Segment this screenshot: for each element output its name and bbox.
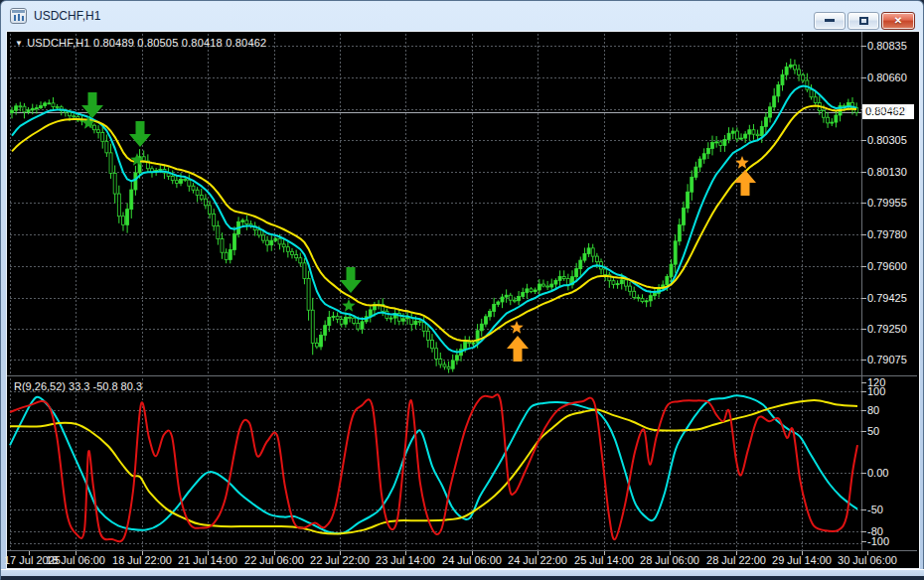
- candle-bull: [744, 134, 747, 138]
- indicator-axis-label: 50: [867, 425, 879, 437]
- candle-bull: [682, 209, 685, 225]
- candle-bear: [353, 318, 356, 323]
- time-axis-label: 18 Jul 22:00: [109, 554, 175, 566]
- candle-bull: [558, 276, 561, 280]
- candle-bull: [694, 167, 697, 177]
- candle-bull: [332, 316, 335, 317]
- candle-bull: [835, 115, 838, 122]
- candle-bear: [513, 300, 516, 301]
- candle-bull: [130, 190, 133, 210]
- candle-bear: [546, 286, 549, 287]
- candle-bull: [731, 131, 734, 133]
- candle-bear: [814, 97, 817, 103]
- candle-bear: [261, 235, 264, 240]
- candle-bear: [468, 342, 471, 343]
- candle-bear: [509, 295, 512, 300]
- candle-bear: [19, 106, 22, 107]
- candle-bull: [764, 117, 767, 126]
- candle-bull: [501, 297, 504, 302]
- candle-bear: [827, 117, 830, 123]
- price-axis-label: 0.79425: [867, 292, 907, 304]
- candle-bull: [241, 220, 244, 221]
- candle-bear: [439, 359, 442, 364]
- candle-bear: [798, 70, 801, 74]
- candle-bear: [221, 239, 224, 253]
- price-axis-label: 0.80660: [867, 72, 907, 83]
- price-axis-label: 0.80305: [867, 134, 907, 146]
- price-axis-label: 0.79780: [867, 228, 907, 240]
- candle-bear: [641, 298, 644, 301]
- candle-bear: [257, 230, 260, 235]
- candle-bear: [299, 258, 302, 263]
- candle-bear: [637, 297, 640, 298]
- candle-bull: [232, 234, 235, 250]
- candle-bull: [554, 280, 557, 284]
- candle-bull: [455, 356, 458, 361]
- candle-bull: [687, 192, 690, 208]
- candle-bear: [349, 318, 352, 319]
- candle-bear: [633, 291, 636, 297]
- candle-bull: [48, 103, 51, 104]
- candle-bull: [760, 126, 763, 135]
- candle-bear: [340, 319, 343, 324]
- indicator-axis-label: -100: [867, 535, 889, 547]
- candle-bear: [357, 323, 360, 329]
- candle-bull: [831, 122, 834, 123]
- candle-bull: [579, 260, 582, 269]
- candle-bear: [336, 316, 339, 319]
- candle-bull: [526, 289, 529, 293]
- candle-bull: [773, 96, 776, 107]
- time-axis-label: 24 Jul 06:00: [439, 554, 505, 566]
- candle-bear: [278, 238, 281, 244]
- candle-bear: [822, 110, 825, 117]
- price-axis-label: 0.80130: [867, 166, 907, 178]
- candle-bull: [781, 74, 784, 84]
- candle-bear: [113, 173, 116, 194]
- candle-bear: [752, 130, 755, 134]
- time-axis-label: 24 Jul 22:00: [505, 554, 570, 566]
- candle-bear: [121, 217, 124, 225]
- candle-bear: [530, 289, 533, 292]
- candle-bull: [587, 248, 590, 254]
- candle-bear: [142, 157, 145, 161]
- candle-bear: [443, 364, 446, 366]
- price-chart-canvas[interactable]: [1, 1, 924, 580]
- candle-bull: [472, 343, 475, 344]
- candle-bear: [311, 310, 314, 343]
- time-axis-label: 28 Jul 22:00: [703, 554, 769, 566]
- candle-bull: [575, 269, 578, 277]
- indicator-label: R(9,26,52) 33.3 -50.8 80.3: [14, 380, 142, 392]
- candle-bear: [204, 199, 207, 206]
- candle-bull: [274, 238, 277, 240]
- candle-bear: [426, 331, 429, 340]
- candle-bull: [522, 292, 525, 296]
- candle-bull: [180, 179, 183, 183]
- candle-bull: [451, 361, 454, 368]
- candle-bear: [806, 80, 809, 89]
- candle-bull: [229, 250, 231, 260]
- candle-bear: [23, 106, 26, 112]
- candle-bull: [401, 319, 404, 321]
- candle-bear: [117, 194, 120, 217]
- candle-bear: [73, 116, 76, 117]
- candle-bear: [196, 190, 199, 195]
- candle-bear: [52, 103, 55, 107]
- candle-bull: [159, 169, 162, 170]
- price-axis-label: 0.79600: [867, 260, 907, 272]
- candle-bear: [188, 180, 191, 186]
- candle-bull: [740, 138, 743, 139]
- price-axis-label: 0.79250: [867, 323, 907, 335]
- candle-bull: [702, 154, 705, 159]
- candle-bear: [200, 196, 203, 200]
- price-axis-label: 0.80835: [867, 40, 907, 52]
- chart-ohlc-header[interactable]: ▼USDCHF,H1 0.80489 0.80505 0.80418 0.804…: [15, 37, 266, 49]
- candle-bear: [562, 276, 565, 278]
- candle-bull: [31, 108, 34, 110]
- candle-bear: [756, 134, 759, 135]
- candle-bear: [591, 248, 594, 256]
- candle-bear: [629, 286, 632, 291]
- candle-bull: [361, 322, 364, 329]
- candle-bull: [40, 106, 43, 108]
- time-axis-label: 29 Jul 14:00: [769, 554, 835, 566]
- candle-bull: [698, 159, 701, 167]
